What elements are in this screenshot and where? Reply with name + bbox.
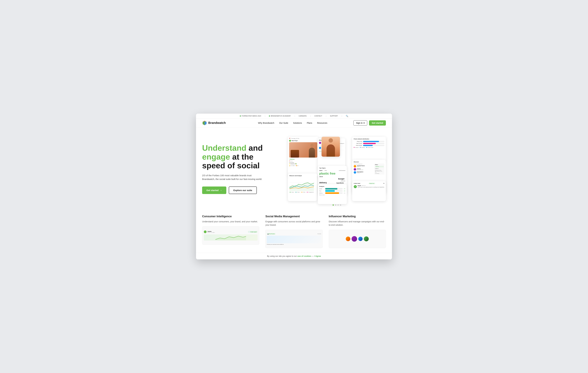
- legend-spent: Spent: [289, 192, 294, 193]
- discover-info-1: Amanda Francis DJ at...: [357, 165, 373, 167]
- support-link[interactable]: SUPPORT: [330, 115, 338, 117]
- bar-track-3: [363, 145, 384, 146]
- carousel-indicators: [333, 204, 341, 206]
- cookie-link[interactable]: use of cookies: [297, 255, 311, 257]
- feature-social-media: Social Media Management Engage with cons…: [265, 215, 323, 248]
- cookie-agree-button[interactable]: I Agree: [314, 255, 321, 257]
- post-preview-badge: 📷 Post Preview: [267, 233, 275, 235]
- discover-item-2: Victoria Music enthusiast: [354, 168, 373, 171]
- analysis-label-1: Quality: [319, 188, 325, 189]
- published-badge: Published: [289, 158, 295, 160]
- user-name: Major Burger: [292, 140, 298, 141]
- word-delivery: delivery: [319, 181, 327, 184]
- followers-filter: ● Followers: [375, 173, 384, 174]
- announcement-bar: FORRESTER WAVE 2024 | BRANDWATCH ACADEMY…: [196, 114, 392, 118]
- divider2: |: [295, 115, 295, 117]
- indicator-3[interactable]: [337, 204, 339, 206]
- analysis-note-2: +3%: [344, 190, 345, 191]
- contact-link[interactable]: CONTACT: [314, 115, 322, 117]
- nav-links: Why Brandwatch Our Suite Solutions Plans…: [232, 122, 353, 124]
- filter-interests[interactable]: Interests: [375, 166, 384, 167]
- sign-in-label: Sign in: [356, 122, 363, 124]
- bar-row-2: Major Burger: [354, 143, 384, 144]
- browser-window: FORRESTER WAVE 2024 | BRANDWATCH ACADEMY…: [196, 114, 392, 259]
- bar-label-3: Robert Burger: [354, 145, 362, 146]
- search-icon[interactable]: 🔍: [346, 115, 348, 117]
- analysis-note-1: +4%: [344, 188, 345, 189]
- word-natural: natural: [319, 176, 323, 177]
- svg-marker-2: [203, 121, 205, 125]
- measure-title: Measure and Analyse: [289, 175, 315, 176]
- engagement-row: 👍 432 💬 127 🔁 88: [289, 165, 317, 166]
- get-started-hero-button[interactable]: Get started →: [202, 186, 226, 194]
- forrester-link[interactable]: FORRESTER WAVE 2024: [240, 115, 261, 117]
- nav-solutions[interactable]: Solutions: [293, 122, 302, 124]
- create-report-button[interactable]: 📄 Create report: [248, 231, 258, 233]
- explore-suite-button[interactable]: Explore our suite: [229, 186, 257, 194]
- analysis-note-3: +1%: [344, 193, 345, 194]
- react-line: [295, 192, 297, 192]
- sign-in-button[interactable]: Sign in ▾: [353, 120, 367, 125]
- discover-name-2: Victoria: [357, 168, 373, 169]
- careers-label: CAREERS: [299, 115, 307, 117]
- bar-row-3: Robert Burger: [354, 145, 384, 146]
- nav-why-brandwatch[interactable]: Why Brandwatch: [258, 122, 274, 124]
- legend-facebook: Facebook: [360, 147, 365, 148]
- feature-2-preview: 📷 Post Preview Schedule Preview your soc…: [265, 230, 323, 248]
- word-wellness: wellness: [341, 180, 345, 181]
- divider4: |: [326, 115, 326, 117]
- feature-3-preview: [329, 230, 386, 248]
- forrester-label: FORRESTER WAVE 2024: [242, 115, 261, 117]
- discover-name-3: David Sphere: [357, 171, 373, 172]
- analysis-fill-3: [325, 192, 339, 194]
- nav-plans[interactable]: Plans: [307, 122, 312, 124]
- legend-react: React: [295, 192, 300, 193]
- legend-twitter: Formerly Twitter: [366, 147, 373, 148]
- engagement-line: [306, 192, 308, 192]
- feature-1-preview: Victoria Nov 15 · 11:24pm 📄 Create repor…: [202, 226, 259, 245]
- feature-2-title: Social Media Management: [265, 215, 323, 218]
- divider1: |: [265, 115, 265, 117]
- indicator-2[interactable]: [335, 204, 336, 206]
- topics-title: Top Topics: [319, 167, 345, 169]
- academy-link[interactable]: BRANDWATCH ACADEMY: [269, 115, 291, 117]
- get-started-nav-button[interactable]: Get started: [369, 120, 386, 125]
- filter-audience[interactable]: Audience: [375, 168, 384, 169]
- listen-content: TanyaP twitter.com How to start a zero-w…: [357, 185, 384, 188]
- listen-filter-chip[interactable]: Plastic Free: [368, 183, 375, 184]
- logo-area[interactable]: Brandwatch: [202, 121, 226, 125]
- listen-feed-card: Listen feed Plastic Free ⊞ T TanyaP twit…: [352, 181, 386, 201]
- analysis-track-2: [325, 190, 343, 192]
- facebook-dot: [360, 147, 361, 148]
- main-post-card: 📅 Thursday 18 Feb Major Burger Published…: [288, 137, 318, 176]
- feature-1-desc: Understand your consumers, your brand, a…: [202, 220, 259, 223]
- influencer-avatar-1: [346, 237, 350, 241]
- indicator-4[interactable]: [340, 204, 341, 206]
- nav-our-suite[interactable]: Our Suite: [279, 122, 288, 124]
- dm-avatar-2: [319, 147, 321, 149]
- hero-buttons: Get started → Explore our suite: [202, 186, 282, 194]
- feature-consumer-intelligence: Consumer Intelligence Understand your co…: [202, 215, 259, 248]
- influencer-avatar-4: [364, 236, 369, 241]
- careers-link[interactable]: CAREERS: [299, 115, 307, 117]
- divider3: |: [310, 115, 311, 117]
- nav-resources[interactable]: Resources: [317, 122, 327, 124]
- word-ingredients: ingredients: [336, 182, 344, 184]
- bar-fill-3: [363, 145, 373, 146]
- chart-area: [289, 177, 315, 191]
- discover-list: Amanda Francis DJ at... Victoria Music e…: [354, 165, 373, 174]
- analysis-volume-note: Mention volume: [319, 195, 345, 195]
- listen-header: Listen feed Plastic Free ⊞: [354, 183, 384, 184]
- bar-track-2: [363, 143, 384, 144]
- main-nav: Brandwatch Why Brandwatch Our Suite Solu…: [196, 118, 392, 128]
- network-distribution-card: Posts network distribution Burger King M…: [352, 137, 386, 161]
- analysis-label-3: Delivery: [319, 193, 325, 194]
- support-label: SUPPORT: [330, 115, 338, 117]
- indicator-1[interactable]: [333, 204, 334, 206]
- twitter-dot: [366, 147, 367, 148]
- analysis-track-3: [325, 192, 343, 194]
- discover-sub-1: DJ at...: [357, 166, 373, 167]
- listen-title: Listen feed: [354, 183, 360, 184]
- listen-expand-icon[interactable]: ⊞: [383, 183, 384, 184]
- publish-time: ⏰ 12:00: [289, 161, 317, 162]
